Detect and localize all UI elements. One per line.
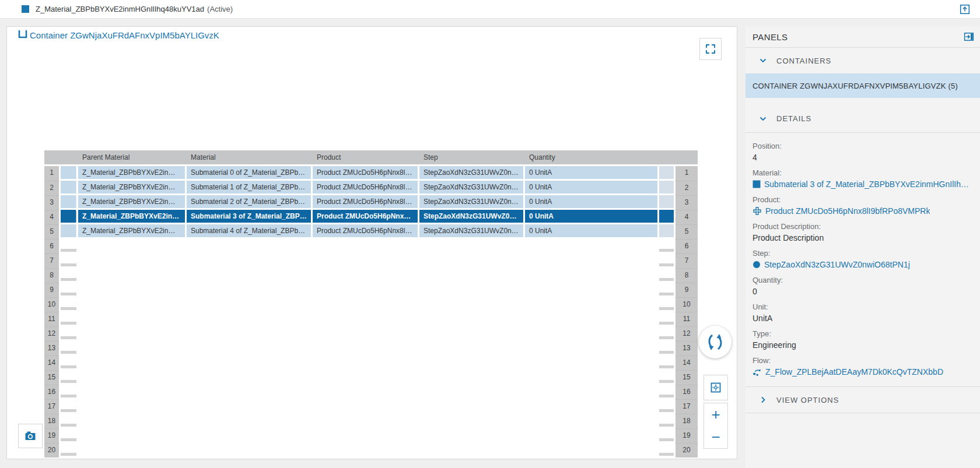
fullscreen-button[interactable] xyxy=(699,38,722,60)
row-handle-left xyxy=(61,428,76,441)
table-row-empty xyxy=(61,385,674,397)
row-handle-left xyxy=(61,239,76,252)
field-value-text: Submaterial 3 of Z_Material_ZBPbBYXvE2in… xyxy=(764,180,973,189)
column-header-parent-material: Parent Material xyxy=(82,150,130,164)
table-row-empty xyxy=(61,341,674,354)
row-handle-right xyxy=(659,399,674,412)
hide-panel-button[interactable] xyxy=(964,31,974,42)
field-value-text: 4 xyxy=(752,153,757,162)
cell-parent-material xyxy=(78,268,185,281)
cell-quantity xyxy=(525,356,657,368)
field-value-link[interactable]: Submaterial 3 of Z_Material_ZBPbBYXvE2in… xyxy=(752,180,973,189)
table-row[interactable]: Z_Material_ZBPbBYXvE2inmHGnIlIhq48kuYV1a… xyxy=(61,181,674,193)
material-square-icon xyxy=(22,5,29,13)
rotate-view-button[interactable] xyxy=(699,326,732,358)
field-label: Product Description: xyxy=(752,222,973,231)
cell-parent-material xyxy=(78,414,185,427)
table-row[interactable]: Z_Material_ZBPbBYXvE2inmHGnIlIhq48kuYV1a… xyxy=(61,166,674,179)
side-panel: PANELS CONTAINERS CONTAINER ZGWNJAXUFRDA… xyxy=(746,26,980,468)
cell-material xyxy=(187,370,311,383)
table-row-empty xyxy=(61,268,674,281)
field-value: UnitA xyxy=(752,314,973,323)
container-title-label: Container ZGwNjaXuFRdAFnxVpIM5bAYLIGvzK xyxy=(30,30,219,40)
row-handle-left xyxy=(61,254,76,266)
row-handle-left xyxy=(61,166,76,179)
row-handle-right xyxy=(659,326,674,339)
field-value: Engineering xyxy=(752,340,973,350)
field-value-text: 0 xyxy=(752,287,757,296)
field-label: Position: xyxy=(752,142,973,150)
table-row[interactable]: Z_Material_ZBPbBYXvE2inmHGnIlIhq48kuYV1a… xyxy=(61,195,674,208)
table-row-selected[interactable]: Z_Material_ZBPbBYXvE2inmHGnIlIhq48kuYV1a… xyxy=(61,210,674,223)
cell-product xyxy=(313,341,418,354)
cell-material xyxy=(187,268,311,281)
cell-product xyxy=(313,239,418,252)
window-title: Z_Material_ZBPbBYXvE2inmHGnIlIhq48kuYV1a… xyxy=(36,5,204,13)
cell-material: Submaterial 1 of Z_Material_ZBPbBYXvE2in… xyxy=(187,181,311,193)
row-handle-right xyxy=(659,166,674,179)
row-number: 8 xyxy=(676,268,698,283)
column-header-quantity: Quantity xyxy=(529,150,555,164)
row-number: 13 xyxy=(676,341,698,356)
cell-step xyxy=(419,297,523,310)
cell-product xyxy=(313,428,418,441)
row-number-gutter-right: 1234567891011121314151617181920 xyxy=(676,166,698,458)
cell-parent-material: Z_Material_ZBPbBYXvE2inmHGnIlIhq48kuYV1a… xyxy=(78,195,185,208)
row-handle-right xyxy=(659,443,674,456)
field-label: Quantity: xyxy=(752,276,973,284)
row-handle-left xyxy=(61,341,76,354)
row-number: 10 xyxy=(676,297,698,312)
table-row-empty xyxy=(61,414,674,427)
field-label: Type: xyxy=(752,329,973,338)
panels-header: PANELS xyxy=(746,26,980,48)
cell-material xyxy=(187,239,311,252)
cell-parent-material xyxy=(78,312,185,325)
row-number: 16 xyxy=(44,385,59,399)
container-list-item-selected[interactable]: CONTAINER ZGWNJAXUFRDAFNXVPIM5BAYLIGVZK … xyxy=(746,73,980,98)
cell-quantity: 0 UnitA xyxy=(525,210,657,223)
cell-quantity xyxy=(525,443,657,456)
containers-heading: CONTAINERS xyxy=(776,57,831,65)
row-handle-right xyxy=(659,428,674,441)
fit-view-icon xyxy=(709,381,722,394)
field-label: Step: xyxy=(752,249,973,258)
field-value-link[interactable]: Product ZMUcDo5H6pNnx8lI9bfRPo8VMPRk xyxy=(752,206,973,216)
viewer-card: Container ZGwNjaXuFRdAFnxVpIM5bAYLIGvzK … xyxy=(6,26,737,459)
row-number: 12 xyxy=(676,326,698,341)
row-handle-right xyxy=(659,181,674,193)
cell-quantity xyxy=(525,283,657,295)
row-number: 7 xyxy=(676,254,698,268)
fit-view-button[interactable] xyxy=(704,375,728,400)
zoom-in-button[interactable]: + xyxy=(704,403,728,426)
cell-parent-material xyxy=(78,370,185,383)
screenshot-button[interactable] xyxy=(18,424,43,448)
cell-parent-material: Z_Material_ZBPbBYXvE2inmHGnIlIhq48kuYV1a… xyxy=(78,224,185,237)
row-number: 6 xyxy=(44,239,59,254)
table-row[interactable]: Z_Material_ZBPbBYXvE2inmHGnIlIhq48kuYV1a… xyxy=(61,224,674,237)
zoom-out-button[interactable]: − xyxy=(704,425,728,449)
field-value-link[interactable]: Z_Flow_ZPLBejAatDEAayM7Dk0KcQvTZNXbbD xyxy=(752,367,973,376)
row-handle-right xyxy=(659,239,674,252)
product-icon xyxy=(752,206,762,216)
section-details[interactable]: DETAILS xyxy=(746,98,980,133)
field-value-text: Product ZMUcDo5H6pNnx8lI9bfRPo8VMPRk xyxy=(765,206,930,216)
cell-step: StepZaoXdN3zG31UWvZ0nwiO68tPN1j xyxy=(419,166,523,179)
open-window-button[interactable] xyxy=(960,4,970,15)
cell-material xyxy=(187,326,311,339)
table-row-empty xyxy=(61,399,674,412)
cell-parent-material xyxy=(78,326,185,339)
cell-step: StepZaoXdN3zG31UWvZ0nwiO68tPN1j xyxy=(419,210,523,223)
view-options-heading: VIEW OPTIONS xyxy=(776,396,839,404)
cell-product xyxy=(313,326,418,339)
table-row-empty xyxy=(61,443,674,456)
details-fields: Position:4Material:Submaterial 3 of Z_Ma… xyxy=(746,133,980,386)
cell-quantity: 0 UnitA xyxy=(525,195,657,208)
row-number: 11 xyxy=(676,312,698,326)
container-title[interactable]: Container ZGwNjaXuFRdAFnxVpIM5bAYLIGvzK xyxy=(18,29,219,40)
cell-product: Product ZMUcDo5H6pNnx8lI9bfRPo8VMPRk xyxy=(313,166,418,179)
section-containers[interactable]: CONTAINERS xyxy=(746,48,980,73)
field-value-link[interactable]: StepZaoXdN3zG31UWvZ0nwiO68tPN1j xyxy=(752,260,973,269)
section-view-options[interactable]: VIEW OPTIONS xyxy=(746,386,980,413)
detail-field: Step:StepZaoXdN3zG31UWvZ0nwiO68tPN1j xyxy=(752,249,973,269)
cell-step xyxy=(419,385,523,397)
